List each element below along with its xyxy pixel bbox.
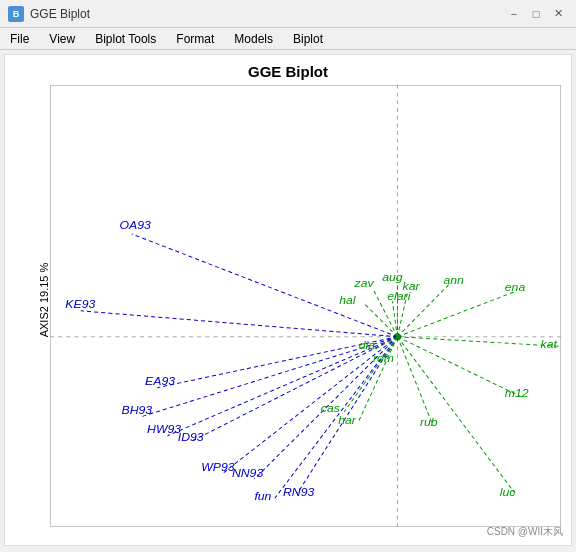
svg-text:rub: rub <box>420 415 438 429</box>
svg-text:NN93: NN93 <box>232 466 264 480</box>
close-button[interactable]: ✕ <box>548 4 568 24</box>
svg-text:ID93: ID93 <box>178 430 204 444</box>
svg-text:fun: fun <box>254 489 271 503</box>
watermark: CSDN @WII木风 <box>487 525 563 539</box>
menu-format[interactable]: Format <box>170 30 220 48</box>
menu-file[interactable]: File <box>4 30 35 48</box>
window-title: GGE Biplot <box>30 7 90 21</box>
svg-text:m12: m12 <box>505 387 529 401</box>
title-bar: B GGE Biplot − □ ✕ <box>0 0 576 28</box>
svg-text:BH93: BH93 <box>122 403 153 417</box>
maximize-button[interactable]: □ <box>526 4 546 24</box>
svg-text:ena: ena <box>505 280 526 294</box>
app-icon: B <box>8 6 24 22</box>
svg-text:cas: cas <box>321 401 340 415</box>
svg-text:zav: zav <box>354 276 375 290</box>
svg-rect-0 <box>50 85 561 527</box>
menu-models[interactable]: Models <box>228 30 279 48</box>
svg-text:WP93: WP93 <box>201 461 235 475</box>
menu-biplot-tools[interactable]: Biplot Tools <box>89 30 162 48</box>
svg-text:aug: aug <box>382 270 403 284</box>
svg-text:luc: luc <box>500 486 516 500</box>
menu-view[interactable]: View <box>43 30 81 48</box>
svg-text:RN93: RN93 <box>283 486 315 500</box>
menu-bar: File View Biplot Tools Format Models Bip… <box>0 28 576 50</box>
plot-title: GGE Biplot <box>5 55 571 84</box>
svg-text:HW93: HW93 <box>147 422 181 436</box>
minimize-button[interactable]: − <box>504 4 524 24</box>
svg-text:OA93: OA93 <box>119 218 151 232</box>
svg-text:EA93: EA93 <box>145 374 175 388</box>
svg-text:ann: ann <box>443 273 464 287</box>
svg-text:kat: kat <box>541 338 558 352</box>
title-bar-left: B GGE Biplot <box>8 6 90 22</box>
svg-text:elari: elari <box>387 290 411 304</box>
svg-text:KE93: KE93 <box>65 297 95 311</box>
svg-text:har: har <box>338 414 357 428</box>
biplot-chart: 2.0 1.5 1.0 0.5 0.0 -0.5 -1.0 -1.5 -4 -3… <box>50 85 561 527</box>
plot-area: GGE Biplot AXIS2 19.15 % 2.0 1.5 1.0 0.5… <box>4 54 572 546</box>
svg-text:hal: hal <box>339 293 356 307</box>
menu-biplot[interactable]: Biplot <box>287 30 329 48</box>
svg-text:rom: rom <box>373 351 394 365</box>
window-controls[interactable]: − □ ✕ <box>504 4 568 24</box>
y-axis-label: AXIS2 19.15 % <box>38 263 50 338</box>
